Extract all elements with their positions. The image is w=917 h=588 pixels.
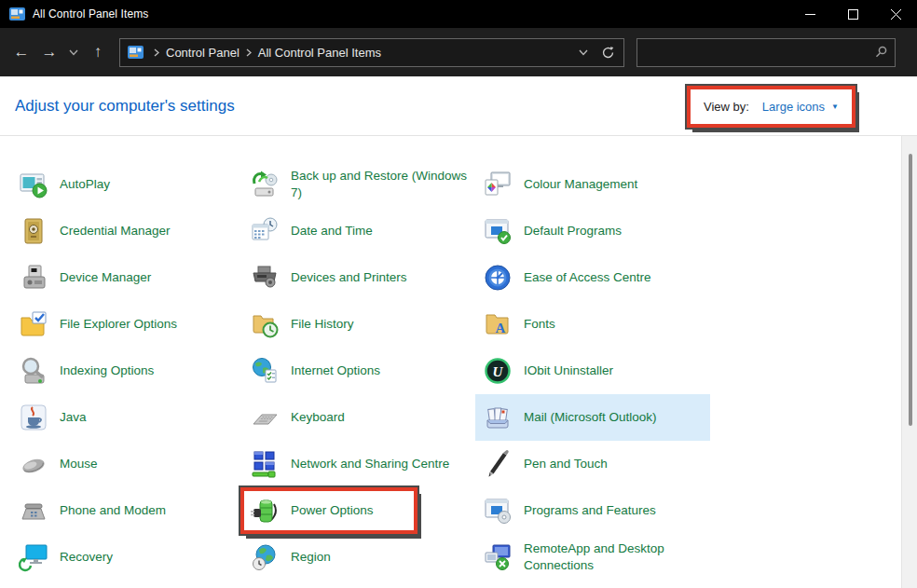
item-remoteapp-and-desktop-connections[interactable]: RemoteApp and Desktop Connections — [475, 534, 710, 581]
items-column-2: Back up and Restore (Windows 7) Date and… — [242, 161, 469, 581]
colour-management-icon — [483, 170, 513, 199]
item-label: Date and Time — [291, 223, 373, 239]
item-label: File Explorer Options — [60, 316, 177, 333]
pen-and-touch-icon — [483, 449, 513, 479]
item-pen-and-touch[interactable]: Pen and Touch — [475, 441, 710, 487]
mail-icon — [483, 403, 513, 432]
item-network-and-sharing-centre[interactable]: Network and Sharing Centre — [242, 441, 469, 487]
breadcrumb-all-control-panel-items[interactable]: All Control Panel Items — [258, 46, 381, 60]
item-label: Device Manager — [60, 269, 151, 286]
up-button[interactable]: ↑ — [84, 38, 112, 66]
item-label: Default Programs — [524, 223, 622, 239]
file-explorer-options-icon — [19, 309, 48, 339]
address-dropdown-button[interactable] — [571, 39, 595, 65]
recent-locations-button[interactable] — [63, 38, 84, 66]
item-label: Keyboard — [291, 409, 345, 426]
iobit-uninstaller-icon: U — [483, 356, 513, 386]
item-label: Programs and Features — [524, 502, 656, 519]
maximize-button[interactable] — [831, 0, 874, 28]
devices-and-printers-icon — [250, 263, 280, 293]
up-arrow-icon: ↑ — [94, 43, 103, 62]
item-label: IObit Uninstaller — [524, 362, 613, 379]
remoteapp-icon — [483, 542, 513, 572]
item-colour-management[interactable]: Colour Management — [475, 161, 710, 208]
address-bar[interactable]: Control Panel All Control Panel Items — [119, 38, 624, 67]
forward-arrow-icon: → — [42, 43, 58, 62]
phone-and-modem-icon — [19, 496, 48, 526]
item-iobit-uninstaller[interactable]: U IObit Uninstaller — [475, 348, 710, 394]
view-by-dropdown[interactable]: Large icons ▼ — [762, 100, 839, 114]
refresh-button[interactable] — [595, 39, 620, 65]
control-panel-window: All Control Panel Items ← → ↑ — [0, 0, 917, 588]
annotation-view-by: View by: Large icons ▼ — [687, 86, 855, 128]
chevron-down-icon — [579, 49, 588, 56]
titlebar: All Control Panel Items — [0, 0, 917, 28]
fonts-icon: A — [483, 309, 513, 339]
control-panel-app-icon — [9, 7, 25, 21]
ease-of-access-centre-icon — [483, 263, 513, 293]
item-label: Back up and Restore (Windows 7) — [291, 168, 469, 200]
item-mouse[interactable]: Mouse — [11, 441, 235, 487]
search-box[interactable] — [636, 38, 896, 67]
control-panel-small-icon — [128, 46, 144, 59]
back-button[interactable]: ← — [7, 38, 35, 66]
refresh-icon — [601, 46, 615, 60]
item-keyboard[interactable]: Keyboard — [242, 394, 469, 441]
autoplay-icon — [19, 170, 48, 199]
svg-text:A: A — [496, 321, 506, 335]
window-title: All Control Panel Items — [33, 7, 148, 21]
search-icon[interactable] — [874, 46, 887, 59]
chevron-down-icon — [69, 49, 78, 56]
item-device-manager[interactable]: Device Manager — [11, 254, 235, 301]
item-label: Power Options — [291, 502, 374, 519]
power-options-icon — [250, 496, 280, 526]
file-history-icon — [250, 309, 280, 339]
scrollbar-thumb[interactable] — [909, 154, 912, 426]
breadcrumb-control-panel[interactable]: Control Panel — [166, 46, 240, 60]
close-button[interactable] — [874, 0, 917, 28]
item-file-history[interactable]: File History — [242, 301, 469, 348]
item-indexing-options[interactable]: Indexing Options — [11, 348, 235, 394]
svg-text:U: U — [493, 364, 504, 379]
forward-button[interactable]: → — [35, 38, 63, 66]
item-label: Fonts — [524, 316, 555, 333]
item-recovery[interactable]: Recovery — [11, 534, 235, 581]
breadcrumb-chevron-icon — [240, 48, 258, 57]
item-programs-and-features[interactable]: Programs and Features — [475, 487, 710, 534]
item-date-and-time[interactable]: Date and Time — [242, 208, 469, 254]
dropdown-caret-icon: ▼ — [831, 103, 839, 111]
search-input[interactable] — [645, 46, 869, 60]
item-ease-of-access-centre[interactable]: Ease of Access Centre — [475, 254, 710, 301]
item-java[interactable]: Java — [11, 394, 235, 441]
item-internet-options[interactable]: Internet Options — [242, 348, 469, 394]
item-label: Indexing Options — [60, 362, 154, 379]
item-backup-and-restore[interactable]: Back up and Restore (Windows 7) — [242, 161, 469, 208]
view-by-label: View by: — [704, 100, 749, 114]
item-devices-and-printers[interactable]: Devices and Printers — [242, 254, 469, 301]
network-and-sharing-centre-icon — [250, 449, 280, 479]
breadcrumb-chevron-icon — [147, 48, 166, 57]
item-autoplay[interactable]: AutoPlay — [11, 161, 235, 208]
item-label: Mail (Microsoft Outlook) — [524, 409, 657, 426]
item-mail-microsoft-outlook[interactable]: Mail (Microsoft Outlook) — [475, 394, 710, 441]
backup-and-restore-icon — [250, 170, 280, 199]
item-fonts[interactable]: A Fonts — [475, 301, 710, 348]
items-column-3: Colour Management Default Programs Ease … — [475, 161, 710, 581]
mouse-icon — [19, 449, 48, 479]
item-label: AutoPlay — [60, 176, 110, 193]
page-header: Adjust your computer's settings View by:… — [0, 76, 917, 136]
item-label: Ease of Access Centre — [524, 269, 651, 286]
item-credential-manager[interactable]: Credential Manager — [11, 208, 235, 254]
item-file-explorer-options[interactable]: File Explorer Options — [11, 301, 235, 348]
item-power-options[interactable]: Power Options — [242, 487, 469, 534]
item-phone-and-modem[interactable]: Phone and Modem — [11, 487, 235, 534]
item-default-programs[interactable]: Default Programs — [475, 208, 710, 254]
item-label: Credential Manager — [60, 223, 171, 239]
item-region[interactable]: Region — [242, 534, 469, 581]
programs-and-features-icon — [483, 496, 513, 526]
back-arrow-icon: ← — [14, 43, 30, 62]
default-programs-icon — [483, 216, 513, 246]
minimize-button[interactable] — [788, 0, 831, 28]
item-label: Internet Options — [291, 362, 380, 379]
scrollbar-track[interactable] — [901, 136, 917, 588]
